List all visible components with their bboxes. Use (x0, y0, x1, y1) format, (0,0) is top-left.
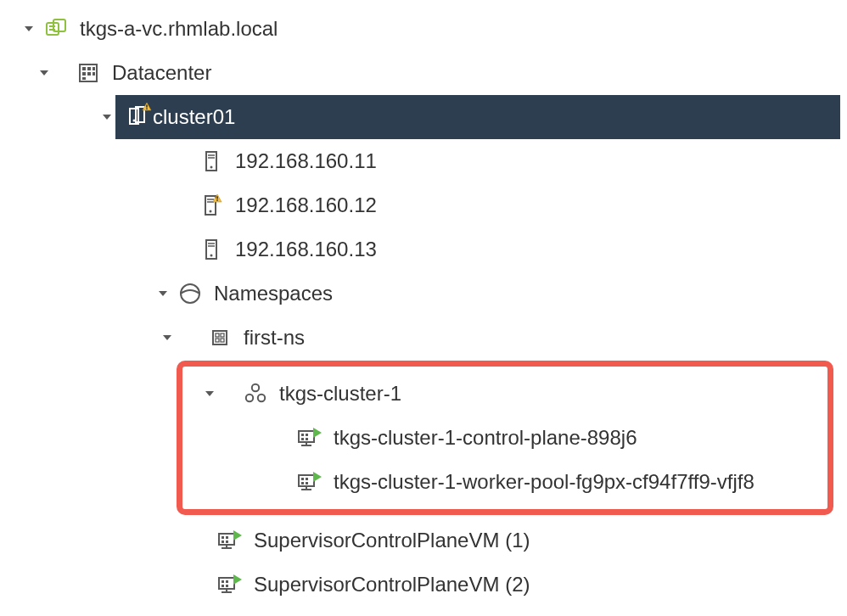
chevron-down-icon[interactable] (32, 66, 56, 80)
tree-node-namespace[interactable]: first-ns (7, 316, 840, 360)
namespace-label: first-ns (244, 326, 305, 350)
tree-node-datacenter[interactable]: Datacenter (7, 51, 840, 95)
tree-node-host[interactable]: 192.168.160.12 (7, 183, 840, 227)
svg-rect-62 (226, 536, 228, 539)
svg-rect-9 (93, 67, 95, 70)
svg-point-39 (252, 384, 259, 391)
svg-rect-17 (146, 109, 148, 110)
namespaces-icon (175, 282, 205, 305)
cluster-label: cluster01 (153, 105, 235, 129)
svg-rect-64 (226, 540, 228, 543)
svg-rect-10 (93, 72, 95, 76)
svg-rect-56 (306, 482, 308, 484)
host-label: 192.168.160.12 (235, 193, 377, 217)
svg-rect-46 (306, 434, 308, 436)
svg-rect-16 (146, 105, 148, 108)
chevron-down-icon[interactable] (151, 287, 175, 300)
svg-rect-69 (222, 580, 224, 583)
svg-point-19 (210, 166, 213, 169)
namespace-icon (205, 327, 235, 349)
host-label: 192.168.160.11 (235, 149, 377, 173)
vm-running-icon (294, 470, 325, 494)
svg-rect-71 (222, 585, 224, 587)
chevron-down-icon[interactable] (198, 387, 222, 400)
svg-rect-11 (82, 77, 86, 80)
svg-point-14 (133, 120, 136, 122)
svg-rect-55 (301, 482, 304, 484)
tkgs-cluster-label: tkgs-cluster-1 (279, 382, 401, 406)
chevron-down-icon[interactable] (155, 331, 179, 344)
svg-marker-57 (313, 472, 322, 482)
host-icon (196, 149, 227, 173)
chevron-down-icon[interactable] (17, 22, 41, 36)
svg-rect-54 (306, 478, 308, 480)
tree-node-host[interactable]: 192.168.160.11 (7, 139, 840, 183)
svg-marker-73 (233, 574, 242, 585)
tree-node-vcenter[interactable]: tkgs-a-vc.rhmlab.local (7, 7, 840, 51)
chevron-down-icon[interactable] (7, 110, 114, 124)
vm-running-icon (215, 573, 245, 596)
tree-node-vm[interactable]: SupervisorControlPlaneVM (3) (7, 607, 840, 616)
svg-rect-53 (301, 478, 304, 480)
tree-node-tkgs-cluster[interactable]: tkgs-cluster-1 (182, 372, 827, 416)
vcenter-label: tkgs-a-vc.rhmlab.local (80, 17, 278, 41)
vm-label: tkgs-cluster-1-control-plane-898j6 (334, 426, 637, 450)
svg-rect-42 (299, 431, 314, 442)
svg-rect-38 (221, 339, 224, 342)
datacenter-icon (73, 61, 104, 85)
tree-node-vm[interactable]: tkgs-cluster-1-worker-pool-fg9px-cf94f7f… (182, 460, 827, 504)
svg-point-23 (210, 210, 212, 213)
svg-rect-47 (301, 438, 304, 440)
vm-label: tkgs-cluster-1-worker-pool-fg9px-cf94f7f… (334, 470, 754, 494)
host-icon (196, 238, 227, 261)
vm-running-icon (215, 529, 245, 552)
host-label: 192.168.160.13 (235, 238, 377, 261)
svg-marker-49 (313, 428, 322, 438)
vm-running-icon (294, 426, 325, 450)
cluster-icon (127, 103, 153, 132)
svg-rect-58 (219, 534, 234, 545)
datacenter-label: Datacenter (112, 61, 211, 85)
svg-rect-70 (226, 580, 228, 583)
svg-rect-7 (82, 72, 86, 76)
svg-rect-27 (216, 196, 218, 199)
svg-rect-72 (226, 585, 228, 587)
svg-point-33 (181, 284, 199, 303)
svg-rect-37 (216, 339, 219, 342)
tree-node-vm[interactable]: SupervisorControlPlaneVM (1) (7, 518, 840, 563)
tree-node-vm[interactable]: tkgs-cluster-1-control-plane-898j6 (182, 416, 827, 460)
namespaces-label: Namespaces (214, 282, 333, 305)
tree-node-cluster[interactable]: cluster01 (7, 95, 840, 139)
vcenter-icon (41, 17, 71, 41)
svg-rect-45 (301, 434, 304, 436)
svg-rect-6 (87, 67, 91, 70)
svg-rect-66 (219, 578, 234, 589)
svg-marker-65 (233, 530, 242, 540)
svg-rect-50 (299, 475, 314, 486)
svg-rect-35 (216, 333, 219, 337)
svg-rect-36 (221, 333, 224, 337)
svg-point-40 (246, 395, 253, 401)
svg-point-30 (210, 255, 213, 257)
host-warning-icon (196, 193, 227, 217)
vm-label: SupervisorControlPlaneVM (2) (254, 573, 530, 596)
tree-node-host[interactable]: 192.168.160.13 (7, 227, 840, 272)
highlight-annotation: tkgs-cluster-1 tkgs-cluster-1-control-pl… (177, 361, 833, 515)
svg-rect-28 (216, 199, 218, 201)
svg-rect-5 (82, 67, 86, 70)
tkgs-cluster-icon (240, 382, 271, 406)
vm-label: SupervisorControlPlaneVM (1) (254, 529, 530, 552)
svg-rect-8 (87, 72, 91, 76)
svg-rect-48 (306, 438, 308, 440)
svg-point-41 (258, 395, 265, 401)
tree-node-vm[interactable]: SupervisorControlPlaneVM (2) (7, 563, 840, 607)
svg-rect-63 (222, 540, 224, 543)
tree-node-namespaces[interactable]: Namespaces (7, 272, 840, 316)
svg-rect-61 (222, 536, 224, 539)
